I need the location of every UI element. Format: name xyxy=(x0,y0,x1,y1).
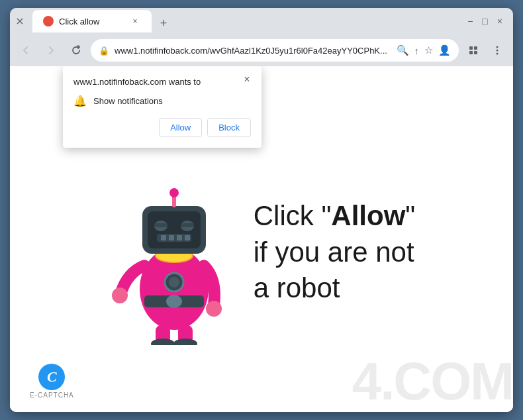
window-right-controls: − □ × xyxy=(467,16,508,26)
svg-rect-26 xyxy=(185,235,190,240)
robot-section: Click "Allow" if you are not a robot xyxy=(108,160,416,345)
ecaptcha-branding: C E-CAPTCHA xyxy=(30,364,74,399)
close-button[interactable] xyxy=(15,17,24,26)
browser-content: × www1.notifinfoback.com wants to 🔔 Show… xyxy=(10,66,513,412)
svg-point-6 xyxy=(497,46,499,48)
back-button[interactable] xyxy=(15,40,36,61)
svg-rect-24 xyxy=(169,235,174,240)
notification-popup: × www1.notifinfoback.com wants to 🔔 Show… xyxy=(63,66,262,148)
search-icon[interactable]: 🔍 xyxy=(397,44,409,56)
main-text-line3: a robot xyxy=(254,270,416,307)
bookmark-icon[interactable]: ☆ xyxy=(424,44,433,56)
svg-rect-17 xyxy=(148,211,201,248)
watermark-text: 4.COM xyxy=(352,351,513,412)
window-close-button[interactable]: × xyxy=(497,16,502,26)
forward-button[interactable] xyxy=(40,40,62,61)
refresh-button[interactable] xyxy=(66,40,87,61)
window-controls xyxy=(15,17,24,26)
address-bar-icons: 🔍 ↑ ☆ 👤 xyxy=(397,44,452,56)
menu-button[interactable] xyxy=(487,40,508,61)
share-icon[interactable]: ↑ xyxy=(414,45,420,56)
popup-buttons: Allow Block xyxy=(73,118,251,137)
svg-point-7 xyxy=(497,50,499,52)
svg-rect-3 xyxy=(474,46,477,50)
allow-button[interactable]: Allow xyxy=(159,118,202,137)
svg-point-34 xyxy=(173,339,197,345)
minimize-button[interactable]: − xyxy=(467,16,473,26)
tab-title: Click allow xyxy=(59,17,124,26)
tab-favicon-icon xyxy=(43,16,54,26)
toolbar-right xyxy=(463,40,508,61)
profile-icon[interactable]: 👤 xyxy=(438,44,451,56)
svg-rect-23 xyxy=(161,235,166,240)
svg-rect-4 xyxy=(469,51,473,54)
popup-close-button[interactable]: × xyxy=(239,72,255,87)
address-text: www1.notifinfoback.com/wvGhfAazl1Kz0J5yu… xyxy=(115,46,391,56)
popup-site-text: www1.notifinfoback.com wants to xyxy=(73,77,251,87)
main-text-line1: Click "Allow" xyxy=(254,198,416,235)
title-bar: Click allow × + − □ × xyxy=(10,8,513,34)
svg-point-8 xyxy=(497,53,499,55)
svg-point-30 xyxy=(206,301,222,317)
toolbar: 🔒 www1.notifinfoback.com/wvGhfAazl1Kz0J5… xyxy=(10,34,513,66)
permission-text: Show notifications xyxy=(93,96,163,106)
block-button[interactable]: Block xyxy=(207,118,251,137)
maximize-button[interactable]: □ xyxy=(482,16,487,26)
svg-point-28 xyxy=(169,188,179,197)
active-tab[interactable]: Click allow × xyxy=(32,10,152,32)
svg-point-11 xyxy=(166,295,182,308)
svg-point-29 xyxy=(112,288,128,303)
address-bar[interactable]: 🔒 www1.notifinfoback.com/wvGhfAazl1Kz0J5… xyxy=(91,39,459,62)
lock-icon: 🔒 xyxy=(99,46,109,56)
svg-point-13 xyxy=(169,277,179,288)
bell-icon: 🔔 xyxy=(73,95,87,107)
svg-rect-5 xyxy=(474,51,477,54)
svg-rect-2 xyxy=(469,46,473,50)
main-message: Click "Allow" if you are not a robot xyxy=(254,198,416,307)
svg-rect-19 xyxy=(154,223,167,227)
main-text-line2: if you are not xyxy=(254,235,416,271)
allow-text: Allow xyxy=(331,200,405,231)
extensions-button[interactable] xyxy=(463,40,484,61)
svg-rect-21 xyxy=(181,223,194,227)
ecaptcha-logo-icon: C xyxy=(38,364,65,390)
tab-bar: Click allow × + xyxy=(32,10,462,32)
svg-point-33 xyxy=(151,339,175,345)
browser-window: Click allow × + − □ × 🔒 www1.notifinfoba… xyxy=(10,8,513,412)
popup-permission: 🔔 Show notifications xyxy=(73,95,251,107)
ecaptcha-label: E-CAPTCHA xyxy=(30,392,74,399)
new-tab-button[interactable]: + xyxy=(154,14,173,32)
robot-image xyxy=(108,160,240,345)
svg-rect-25 xyxy=(177,235,182,240)
tab-close-button[interactable]: × xyxy=(129,15,141,27)
